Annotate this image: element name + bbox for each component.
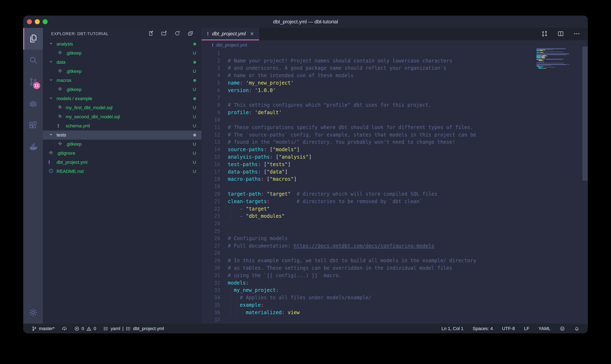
close-tab-icon[interactable]: × (249, 30, 253, 37)
code-line-16[interactable]: 16test-paths: ["tests"] (202, 161, 588, 168)
activity-search[interactable] (23, 50, 43, 71)
code-line-23[interactable]: 23 - "dbt_modules" (202, 213, 588, 220)
code-line-27[interactable]: 27# Full documentation: https://docs.get… (202, 242, 588, 250)
code-line-9[interactable]: 9profile: 'default' (202, 109, 588, 116)
activity-bar: 11 (23, 28, 43, 324)
code-line-14[interactable]: 14source-paths: ["models"] (202, 146, 588, 153)
tree-item-macros[interactable]: macros (43, 76, 202, 85)
code-line-4[interactable]: 4# name or the intended use of these mod… (202, 72, 588, 79)
window-title: dbt_project.yml — dbt-tutorial (273, 19, 338, 25)
refresh-icon[interactable] (174, 30, 181, 37)
tree-item--gitkeep[interactable]: .gitkeepU (43, 49, 202, 58)
tree-item-dbt-project-yml[interactable]: !dbt_project.ymlU (43, 158, 202, 167)
code-line-13[interactable]: 13# found in the "models/" directory. Yo… (202, 139, 588, 146)
code-line-6[interactable]: 6version: '1.0.0' (202, 87, 588, 94)
code-line-17[interactable]: 17data-paths: ["data"] (202, 168, 588, 176)
close-window-button[interactable] (27, 19, 32, 24)
problems-item[interactable]: 0 0 (74, 326, 96, 331)
eol-sequence[interactable]: LF (524, 326, 529, 331)
code-editor[interactable]: 12# Name your project! Project names sho… (202, 50, 588, 324)
feedback-smiley-icon[interactable] (560, 326, 565, 331)
tree-item-schema-yml[interactable]: !schema.ymlU (43, 121, 202, 130)
code-line-5[interactable]: 5name: 'my_new_project' (202, 79, 588, 87)
code-line-33[interactable]: 33 my_new_project: (202, 287, 588, 294)
minimize-window-button[interactable] (35, 19, 40, 24)
language-mode[interactable]: YAML (539, 326, 551, 331)
line-number: 24 (202, 221, 228, 226)
breadcrumb-file[interactable]: dbt_project.yml (216, 42, 247, 48)
code-line-10[interactable]: 10 (202, 116, 588, 124)
code-line-32[interactable]: 32models: (202, 279, 588, 287)
tree-item--gitkeep[interactable]: .gitkeepU (43, 67, 202, 76)
code-line-36[interactable]: 36 materialized: view (202, 309, 588, 316)
line-content: # In this example config, we tell dbt to… (228, 258, 476, 263)
open-changes-icon[interactable] (541, 30, 548, 38)
new-file-icon[interactable] (148, 30, 154, 37)
collapse-all-icon[interactable] (187, 30, 194, 37)
cursor-position[interactable]: Ln 1, Col 1 (441, 326, 463, 331)
tree-item-readme-md[interactable]: README.mdU (43, 167, 202, 176)
activity-extensions[interactable] (23, 115, 43, 136)
git-branch-item[interactable]: master* (31, 326, 55, 331)
yaml-schema-item[interactable]: yaml | dbt_project.yml (103, 326, 164, 331)
code-line-29[interactable]: 29# In this example config, we tell dbt … (202, 257, 588, 264)
code-line-25[interactable]: 25 (202, 227, 588, 235)
activity-settings[interactable] (23, 302, 43, 324)
code-line-24[interactable]: 24 (202, 220, 588, 227)
new-folder-icon[interactable] (161, 30, 167, 37)
zoom-window-button[interactable] (43, 19, 48, 24)
git-status-badge: U (193, 105, 196, 110)
code-line-20[interactable]: 20target-path: "target" # directory whic… (202, 190, 588, 198)
activity-source-control[interactable]: 11 (23, 71, 43, 93)
minimap[interactable] (536, 48, 582, 69)
line-content: profile: 'default' (228, 110, 282, 115)
code-line-26[interactable]: 26# Configuring models (202, 235, 588, 242)
tree-item-my-second-dbt-model-sql[interactable]: my_second_dbt_model.sqlU (43, 112, 202, 121)
code-line-15[interactable]: 15analysis-paths: ["analysis"] (202, 153, 588, 161)
breadcrumb[interactable]: ! dbt_project.yml (202, 40, 588, 50)
tree-item-models-example[interactable]: models / example (43, 94, 202, 103)
code-line-12[interactable]: 12# The `source-paths` config, for examp… (202, 131, 588, 139)
activity-explorer[interactable] (23, 28, 43, 50)
code-line-30[interactable]: 30# as tables. These settings can be ove… (202, 264, 588, 272)
code-line-11[interactable]: 11# These configurations specify where d… (202, 124, 588, 131)
tab-dbt-project-yml[interactable]: ! dbt_project.yml × (202, 28, 259, 40)
sync-changes-button[interactable] (62, 326, 67, 331)
tree-item--gitkeep[interactable]: .gitkeepU (43, 140, 202, 149)
code-line-1[interactable]: 1 (202, 50, 588, 57)
code-line-8[interactable]: 8# This setting configures which "profil… (202, 102, 588, 109)
list-selection-icon (125, 326, 131, 331)
activity-docker[interactable] (23, 136, 43, 158)
code-line-7[interactable]: 7 (202, 94, 588, 102)
activity-debug[interactable] (23, 93, 43, 115)
tree-item--gitkeep[interactable]: .gitkeepU (43, 85, 202, 94)
tree-item-analysis[interactable]: analysis (43, 39, 202, 49)
tree-item-my-first-dbt-model-sql[interactable]: my_first_dbt_model.sqlU (43, 103, 202, 112)
code-line-37[interactable]: 37 (202, 316, 588, 324)
tree-item--gitignore[interactable]: .gitignoreU (43, 149, 202, 158)
code-line-31[interactable]: 31# using the `{{ config(...) }}` macro. (202, 272, 588, 279)
git-branch-icon (31, 326, 37, 331)
line-content: # name or the intended use of these mode… (228, 73, 354, 78)
editor-scrollbar[interactable] (583, 47, 588, 181)
code-line-19[interactable]: 19 (202, 183, 588, 190)
code-line-35[interactable]: 35 example: (202, 301, 588, 309)
docs-link[interactable]: https://docs.getdbt.com/docs/configuring… (294, 243, 434, 249)
more-actions-icon[interactable] (573, 30, 580, 38)
code-line-3[interactable]: 3# and underscores. A good package name … (202, 65, 588, 72)
notifications-bell-icon[interactable] (574, 326, 580, 331)
code-line-21[interactable]: 21clean-targets: # directories to be rem… (202, 198, 588, 205)
code-line-34[interactable]: 34 # Applies to all files under models/e… (202, 294, 588, 301)
tree-item-data[interactable]: data (43, 58, 202, 67)
split-editor-icon[interactable] (557, 30, 564, 38)
code-line-28[interactable]: 28 (202, 250, 588, 257)
indentation[interactable]: Spaces: 4 (473, 326, 493, 331)
code-line-18[interactable]: 18macro-paths: ["macros"] (202, 176, 588, 183)
encoding[interactable]: UTF-8 (502, 326, 515, 331)
folder-modified-dot (193, 61, 196, 64)
status-left: master* 0 0 yaml | dbt_project.yml (31, 326, 164, 331)
code-line-22[interactable]: 22 - "target" (202, 205, 588, 213)
line-number: 11 (202, 125, 228, 130)
code-line-2[interactable]: 2# Name your project! Project names shou… (202, 57, 588, 65)
tree-item-tests[interactable]: tests (43, 130, 202, 140)
